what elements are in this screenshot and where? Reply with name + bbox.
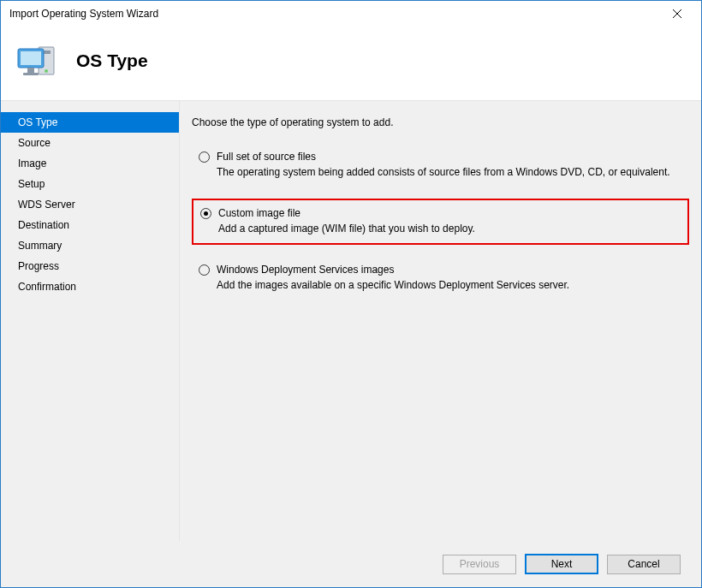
- sidebar-item-image[interactable]: Image: [1, 153, 179, 174]
- titlebar: Import Operating System Wizard: [1, 1, 701, 27]
- sidebar-item-wds-server[interactable]: WDS Server: [1, 194, 179, 215]
- radio-icon[interactable]: [199, 264, 210, 276]
- page-title: OS Type: [76, 50, 148, 71]
- sidebar-item-os-type[interactable]: OS Type: [1, 112, 179, 133]
- main-content: Choose the type of operating system to a…: [179, 101, 701, 541]
- option-label: Full set of source files: [217, 151, 316, 163]
- svg-point-8: [45, 69, 48, 73]
- prompt-text: Choose the type of operating system to a…: [192, 116, 689, 128]
- option-row: Windows Deployment Services images: [199, 264, 682, 276]
- option-row: Full set of source files: [199, 151, 682, 163]
- close-button[interactable]: [660, 2, 694, 26]
- sidebar-item-label: OS Type: [18, 116, 57, 128]
- close-icon: [673, 9, 681, 18]
- sidebar-item-label: Summary: [18, 240, 62, 252]
- sidebar-item-confirmation[interactable]: Confirmation: [1, 276, 179, 297]
- sidebar-item-label: Source: [18, 137, 51, 149]
- radio-icon[interactable]: [200, 208, 211, 219]
- option-label: Custom image file: [218, 207, 300, 219]
- svg-rect-5: [21, 51, 41, 65]
- sidebar-item-label: Destination: [18, 219, 69, 231]
- wizard-footer: Previous Next Cancel: [1, 541, 701, 587]
- svg-rect-7: [23, 73, 39, 75]
- option-desc: The operating system being added consist…: [217, 166, 682, 178]
- option-wds-images[interactable]: Windows Deployment Services images Add t…: [192, 257, 689, 300]
- sidebar-item-destination[interactable]: Destination: [1, 215, 179, 235]
- option-row: Custom image file: [200, 207, 681, 219]
- next-button[interactable]: Next: [525, 554, 598, 574]
- window-title: Import Operating System Wizard: [9, 8, 660, 20]
- sidebar-item-progress[interactable]: Progress: [1, 256, 179, 276]
- option-desc: Add a captured image (WIM file) that you…: [218, 223, 681, 235]
- option-custom-image[interactable]: Custom image file Add a captured image (…: [192, 199, 689, 245]
- wizard-header: OS Type: [1, 27, 701, 100]
- sidebar-item-setup[interactable]: Setup: [1, 174, 179, 194]
- sidebar-item-label: Image: [18, 157, 46, 169]
- sidebar: OS Type Source Image Setup WDS Server De…: [1, 101, 179, 541]
- sidebar-item-label: WDS Server: [18, 199, 75, 211]
- wizard-window: Import Operating System Wizard OS Type O…: [0, 0, 702, 588]
- sidebar-item-label: Progress: [18, 260, 59, 272]
- sidebar-item-summary[interactable]: Summary: [1, 235, 179, 256]
- previous-button: Previous: [443, 555, 516, 574]
- option-full-source[interactable]: Full set of source files The operating s…: [192, 144, 689, 187]
- sidebar-item-source[interactable]: Source: [1, 133, 179, 153]
- wizard-body: OS Type Source Image Setup WDS Server De…: [1, 100, 701, 541]
- option-desc: Add the images available on a specific W…: [217, 279, 682, 291]
- os-type-icon: [16, 39, 61, 83]
- option-label: Windows Deployment Services images: [217, 264, 394, 276]
- radio-icon[interactable]: [199, 151, 210, 163]
- svg-rect-6: [27, 68, 34, 73]
- cancel-button[interactable]: Cancel: [607, 555, 681, 574]
- sidebar-item-label: Setup: [18, 178, 45, 190]
- sidebar-item-label: Confirmation: [18, 281, 76, 293]
